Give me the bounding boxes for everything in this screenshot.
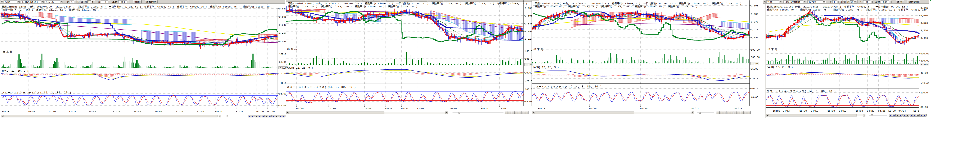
svg-text:スロー・ストキャスティクス( 14, 3, 80, 20 ): スロー・ストキャスティクス( 14, 3, 80, 20 ) — [2, 91, 72, 94]
svg-text:9,650: 9,650 — [525, 6, 532, 10]
svg-text:185.0: 185.0 — [279, 53, 286, 56]
svg-text:× 100: × 100 — [921, 63, 928, 66]
svg-text:04/24: 04/24 — [215, 110, 222, 113]
svg-text:日経225mini 12/06( 5分, 2012/04/2: 日経225mini 12/06( 5分, 2012/04/20 - 2012/0… — [2, 5, 273, 8]
svg-text:9,650: 9,650 — [279, 7, 286, 10]
svg-text:04/23: 04/23 — [2, 110, 9, 113]
svg-text:22:40: 22:40 — [197, 110, 204, 113]
svg-text:スロー・ストキャスティクス( 14, 3, 80, 20 ): スロー・ストキャスティクス( 14, 3, 80, 20 ) — [287, 86, 356, 89]
svg-text:500: 500 — [121, 1, 125, 3]
svg-text:12/06: 12/06 — [808, 1, 816, 4]
svg-text:500: 500 — [883, 1, 887, 3]
svg-text:65.00: 65.00 — [279, 61, 286, 63]
svg-text:分: 分 — [98, 1, 100, 4]
svg-text:12:00: 12:00 — [417, 107, 424, 110]
svg-text:複数銘柄: 複数銘柄 — [146, 1, 156, 4]
svg-text:04/24: 04/24 — [735, 107, 742, 110]
svg-text:-20.0: -20.0 — [525, 80, 532, 83]
svg-text:MACD( 12, 26, 9 ): MACD( 12, 26, 9 ) — [533, 66, 559, 69]
svg-text:出来高: 出来高 — [3, 50, 13, 54]
svg-text:04/19: 04/19 — [839, 109, 846, 112]
svg-text:17:20: 17:20 — [113, 110, 120, 113]
svg-text:週: 週 — [843, 1, 846, 3]
svg-text:12:00: 12:00 — [48, 110, 56, 113]
svg-text:移動平均( Close, 150 ) 移動平均( Clos: 移動平均( Close, 150 ) 移動平均( Close, 20 ) 移動平… — [2, 9, 99, 12]
svg-text:9,545: 9,545 — [279, 24, 286, 26]
svg-text:本数: 本数 — [875, 0, 880, 4]
svg-text:04/21: 04/21 — [878, 109, 886, 112]
svg-text:1: 1 — [71, 1, 73, 3]
svg-text:10:40: 10:40 — [28, 110, 35, 113]
svg-text:先物: 先物 — [767, 0, 773, 4]
svg-text:04/20: 04/20 — [867, 109, 874, 112]
svg-text:16:30: 16:30 — [799, 109, 807, 112]
svg-text:9,510: 9,510 — [921, 29, 928, 32]
svg-text:9,490: 9,490 — [525, 30, 532, 33]
svg-text:本数: 本数 — [112, 0, 118, 4]
svg-text:5: 5 — [105, 1, 106, 3]
svg-text:9,440: 9,440 — [525, 38, 532, 41]
svg-text:スロー・ストキャスティクス( 14, 3, 80, 20 ): スロー・ストキャスティクス( 14, 3, 80, 20 ) — [533, 85, 602, 88]
svg-text:日経225mini 12/06( 30分, 2012/04/: 日経225mini 12/06( 30分, 2012/04/16 - 2012/… — [535, 2, 741, 5]
svg-text:日経225mini: 日経225mini — [22, 1, 38, 4]
svg-text:複数銘柄: 複数銘柄 — [908, 1, 919, 4]
svg-text:100.0: 100.0 — [751, 87, 758, 90]
svg-text:300.00: 300.00 — [921, 59, 929, 62]
svg-text:-20.0: -20.0 — [751, 77, 758, 80]
svg-text:スロー・ストキャスティクス( 14, 3, 80, 20 ): スロー・ストキャスティクス( 14, 3, 80, 20 ) — [767, 90, 836, 93]
svg-text:9,450: 9,450 — [751, 36, 758, 39]
svg-text:9,440: 9,440 — [279, 40, 286, 43]
svg-text:18:40: 18:40 — [134, 110, 141, 113]
svg-text:20:00: 20:00 — [364, 107, 372, 110]
svg-text:適用: 適用 — [897, 0, 902, 4]
svg-text:35.00: 35.00 — [921, 106, 928, 109]
svg-text:09:20: 09:20 — [267, 110, 275, 113]
svg-text:T: T — [854, 1, 856, 3]
svg-text:60: 60 — [865, 1, 869, 3]
svg-text:× 100: × 100 — [280, 67, 286, 69]
svg-text:40.00: 40.00 — [751, 96, 758, 99]
svg-text:-15.00: -15.00 — [921, 82, 929, 85]
svg-text:9,630: 9,630 — [751, 13, 758, 15]
svg-text:1: 1 — [834, 1, 835, 3]
svg-text:出来高: 出来高 — [533, 48, 544, 51]
svg-text:日: 日 — [77, 1, 80, 3]
svg-text:9,545: 9,545 — [525, 22, 532, 25]
svg-text:先物: 先物 — [5, 0, 10, 4]
svg-text:04/23: 04/23 — [401, 107, 409, 110]
svg-text:分: 分 — [860, 1, 863, 4]
svg-text:35.00: 35.00 — [525, 100, 532, 103]
svg-text:445.0: 445.0 — [525, 50, 532, 53]
svg-text:分: 分 — [851, 1, 853, 3]
svg-text:35.00: 35.00 — [751, 67, 758, 70]
svg-text:出来高: 出来高 — [768, 48, 778, 51]
svg-text:04/18: 04/18 — [811, 109, 818, 112]
svg-text:01:20: 01:20 — [236, 110, 243, 113]
svg-text:9,570: 9,570 — [751, 21, 758, 23]
svg-text:月: 月 — [847, 1, 850, 3]
svg-text:T: T — [92, 1, 93, 3]
svg-text:× 100: × 100 — [751, 62, 758, 65]
svg-text:適用: 適用 — [135, 0, 140, 4]
svg-text:04/24: 04/24 — [481, 107, 488, 110]
svg-text:9,595: 9,595 — [279, 15, 286, 18]
svg-text:16:1: 16:1 — [913, 109, 920, 112]
svg-text:16:30: 16:30 — [773, 109, 780, 112]
svg-text:9,570: 9,570 — [921, 22, 928, 24]
svg-text:移動平均( Close, 40 ) 移動平均( Close: 移動平均( Close, 40 ) 移動平均( Close, 75 ) 移動平均… — [767, 8, 930, 11]
svg-text:分: 分 — [88, 1, 91, 3]
svg-text:-12.0: -12.0 — [279, 82, 286, 85]
svg-text:14:40: 14:40 — [89, 110, 96, 113]
svg-text:日: 日 — [840, 1, 842, 3]
svg-text:足: 足 — [829, 1, 832, 4]
svg-text:600.00: 600.00 — [751, 48, 760, 51]
svg-text:04/18: 04/18 — [538, 107, 545, 110]
svg-text:20:00: 20:00 — [154, 110, 162, 113]
svg-text:16:30: 16:30 — [856, 109, 863, 112]
svg-text:日経225mini: 日経225mini — [784, 1, 800, 4]
svg-text:9,695: 9,695 — [751, 4, 758, 7]
svg-text:04/20: 04/20 — [640, 107, 648, 110]
svg-text:9,695: 9,695 — [921, 6, 928, 10]
svg-text:9,490: 9,490 — [279, 32, 286, 35]
svg-text:月: 月 — [84, 1, 87, 3]
